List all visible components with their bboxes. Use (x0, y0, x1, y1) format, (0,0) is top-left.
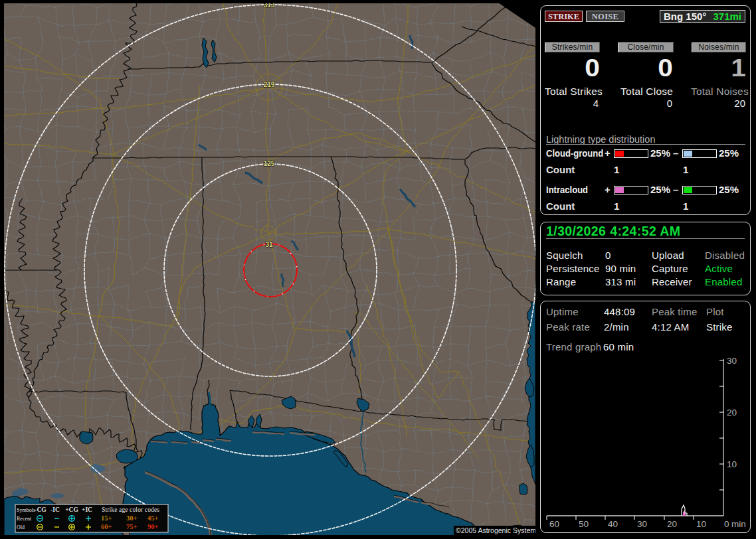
svg-text:Symbols: Symbols (17, 507, 35, 513)
svg-text:Recent: Recent (17, 516, 32, 522)
svg-text:31: 31 (265, 241, 273, 248)
svg-text:15+: 15+ (101, 514, 112, 522)
svg-text:30: 30 (727, 356, 737, 366)
svg-text:Old: Old (17, 524, 25, 530)
svg-text:45+: 45+ (147, 514, 159, 522)
svg-text:50: 50 (579, 519, 589, 529)
svg-text:60+: 60+ (101, 523, 112, 530)
svg-text:20: 20 (727, 408, 737, 418)
svg-text:90+: 90+ (147, 523, 159, 530)
svg-text:-IC: -IC (50, 506, 60, 513)
svg-text:40: 40 (608, 519, 618, 529)
svg-text:©2005 Astrogenic Systems: ©2005 Astrogenic Systems (456, 526, 535, 534)
svg-text:125: 125 (264, 160, 275, 167)
svg-text:30: 30 (637, 519, 647, 529)
svg-text:10: 10 (696, 519, 706, 529)
svg-text:Strike age color codes: Strike age color codes (102, 506, 159, 513)
svg-text:10: 10 (727, 459, 737, 469)
svg-text:-CG: -CG (35, 506, 47, 513)
svg-text:min: min (731, 519, 746, 529)
svg-text:0: 0 (724, 519, 729, 529)
svg-text:+IC: +IC (82, 506, 92, 513)
svg-text:+CG: +CG (65, 506, 78, 513)
svg-text:30+: 30+ (126, 514, 138, 522)
svg-text:313: 313 (264, 1, 275, 9)
svg-text:219: 219 (264, 81, 275, 88)
svg-text:60: 60 (549, 519, 559, 529)
svg-text:75+: 75+ (126, 523, 138, 530)
svg-text:20: 20 (667, 519, 677, 529)
